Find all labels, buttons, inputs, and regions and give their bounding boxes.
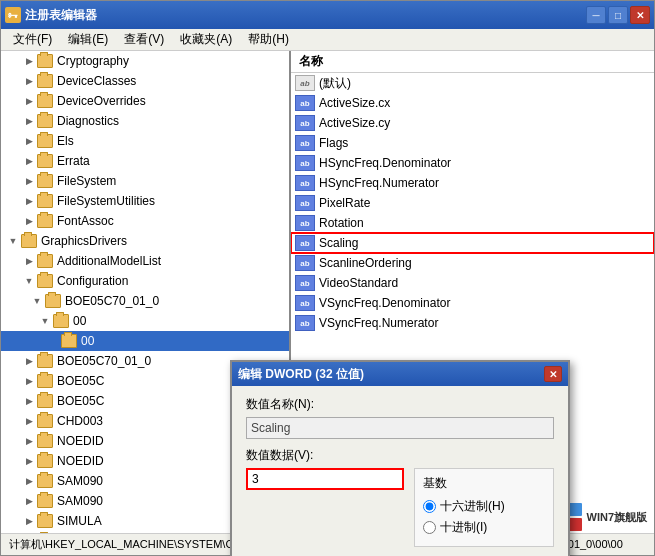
reg-name: HSyncFreq.Denominator (319, 156, 650, 170)
menu-edit[interactable]: 编辑(E) (60, 29, 116, 50)
folder-icon (37, 474, 53, 488)
reg-name: ActiveSize.cy (319, 116, 650, 130)
reg-item-flags[interactable]: ab Flags (291, 133, 654, 153)
maximize-button[interactable]: □ (608, 6, 628, 24)
reg-dword-icon: ab (295, 195, 315, 211)
tree-label: AdditionalModelList (57, 254, 161, 268)
hex-radio[interactable] (423, 500, 436, 513)
folder-icon (37, 494, 53, 508)
folder-icon (61, 334, 77, 348)
menu-file[interactable]: 文件(F) (5, 29, 60, 50)
reg-item-hsyncnum[interactable]: ab HSyncFreq.Numerator (291, 173, 654, 193)
dec-radio-row: 十进制(I) (423, 519, 545, 536)
folder-icon (37, 274, 53, 288)
window-title: 注册表编辑器 (25, 7, 586, 24)
folder-icon (37, 54, 53, 68)
reg-dword-icon: ab (295, 235, 315, 251)
value-radix-row: 基数 十六进制(H) 十进制(I) (246, 468, 554, 547)
expander-icon: ▶ (21, 153, 37, 169)
reg-dword-icon: ab (295, 135, 315, 151)
menu-favorites[interactable]: 收藏夹(A) (172, 29, 240, 50)
name-field-input[interactable] (246, 417, 554, 439)
folder-icon (21, 234, 37, 248)
reg-item-activesizecy[interactable]: ab ActiveSize.cy (291, 113, 654, 133)
reg-item-videostandard[interactable]: ab VideoStandard (291, 273, 654, 293)
tree-item-els[interactable]: ▶ Els (1, 131, 289, 151)
tree-item-diagnostics[interactable]: ▶ Diagnostics (1, 111, 289, 131)
expander-icon: ▶ (21, 433, 37, 449)
expander-icon: ▼ (5, 233, 21, 249)
reg-item-scaling[interactable]: ab Scaling (291, 233, 654, 253)
tree-item-fontassoc[interactable]: ▶ FontAssoc (1, 211, 289, 231)
name-field-label: 数值名称(N): (246, 396, 554, 413)
tree-label: FileSystem (57, 174, 116, 188)
tree-item-configuration[interactable]: ▼ Configuration (1, 271, 289, 291)
tree-label: Els (57, 134, 74, 148)
tree-item-cryptography[interactable]: ▶ Cryptography (1, 51, 289, 71)
folder-icon (37, 374, 53, 388)
reg-ab-icon: ab (295, 75, 315, 91)
expander-icon: ▶ (21, 473, 37, 489)
reg-item-activesizecx[interactable]: ab ActiveSize.cx (291, 93, 654, 113)
value-data-input[interactable] (246, 468, 404, 490)
expander-icon: ▼ (21, 273, 37, 289)
reg-item-vsyncden[interactable]: ab VSyncFreq.Denominator (291, 293, 654, 313)
tree-label: Cryptography (57, 54, 129, 68)
reg-name: ActiveSize.cx (319, 96, 650, 110)
tree-label: BOE05C70_01_0 (65, 294, 159, 308)
tree-item-errata[interactable]: ▶ Errata (1, 151, 289, 171)
expander-icon: ▶ (21, 173, 37, 189)
folder-icon (37, 94, 53, 108)
tree-label: NOEDID (57, 454, 104, 468)
tree-label: FileSystemUtilities (57, 194, 155, 208)
close-button[interactable]: ✕ (630, 6, 650, 24)
folder-icon (37, 394, 53, 408)
tree-item-filesystem[interactable]: ▶ FileSystem (1, 171, 289, 191)
folder-icon (37, 134, 53, 148)
tree-item-filesystemutilities[interactable]: ▶ FileSystemUtilities (1, 191, 289, 211)
svg-rect-3 (569, 518, 582, 531)
expander-icon: ▶ (21, 253, 37, 269)
expander-icon: ▶ (21, 133, 37, 149)
tree-item-deviceoverrides[interactable]: ▶ DeviceOverrides (1, 91, 289, 111)
app-icon: 🗝 (5, 7, 21, 23)
menu-help[interactable]: 帮助(H) (240, 29, 297, 50)
tree-label: NOEDID (57, 434, 104, 448)
reg-name: VideoStandard (319, 276, 650, 290)
tree-item-graphicsdrivers[interactable]: ▼ GraphicsDrivers (1, 231, 289, 251)
reg-name: (默认) (319, 75, 650, 92)
reg-dword-icon: ab (295, 295, 315, 311)
radix-area: 基数 十六进制(H) 十进制(I) (414, 468, 554, 547)
reg-item-vsyncnum[interactable]: ab VSyncFreq.Numerator (291, 313, 654, 333)
hex-radio-label: 十六进制(H) (440, 498, 505, 515)
reg-name: HSyncFreq.Numerator (319, 176, 650, 190)
window-controls: ─ □ ✕ (586, 6, 650, 24)
tree-item-boe1[interactable]: ▼ BOE05C70_01_0 (1, 291, 289, 311)
reg-item-rotation[interactable]: ab Rotation (291, 213, 654, 233)
reg-dword-icon: ab (295, 175, 315, 191)
folder-icon (53, 314, 69, 328)
minimize-button[interactable]: ─ (586, 6, 606, 24)
reg-item-pixelrate[interactable]: ab PixelRate (291, 193, 654, 213)
menu-view[interactable]: 查看(V) (116, 29, 172, 50)
tree-item-additionalmodellist[interactable]: ▶ AdditionalModelList (1, 251, 289, 271)
folder-icon (37, 194, 53, 208)
dec-radio[interactable] (423, 521, 436, 534)
tree-item-00-1[interactable]: ▼ 00 (1, 311, 289, 331)
tree-item-deviceclasses[interactable]: ▶ DeviceClasses (1, 71, 289, 91)
reg-item-default[interactable]: ab (默认) (291, 73, 654, 93)
tree-label: Diagnostics (57, 114, 119, 128)
reg-item-hsyncden[interactable]: ab HSyncFreq.Denominator (291, 153, 654, 173)
dec-radio-label: 十进制(I) (440, 519, 487, 536)
folder-icon (37, 454, 53, 468)
reg-item-scanlineordering[interactable]: ab ScanlineOrdering (291, 253, 654, 273)
expander-icon: ▶ (21, 353, 37, 369)
tree-label: FontAssoc (57, 214, 114, 228)
reg-name: Rotation (319, 216, 650, 230)
expander-icon: ▶ (21, 193, 37, 209)
tree-label: 00 (73, 314, 86, 328)
hex-radio-row: 十六进制(H) (423, 498, 545, 515)
reg-name: ScanlineOrdering (319, 256, 650, 270)
dialog-close-button[interactable]: ✕ (544, 366, 562, 382)
tree-item-00-selected[interactable]: 00 (1, 331, 289, 351)
